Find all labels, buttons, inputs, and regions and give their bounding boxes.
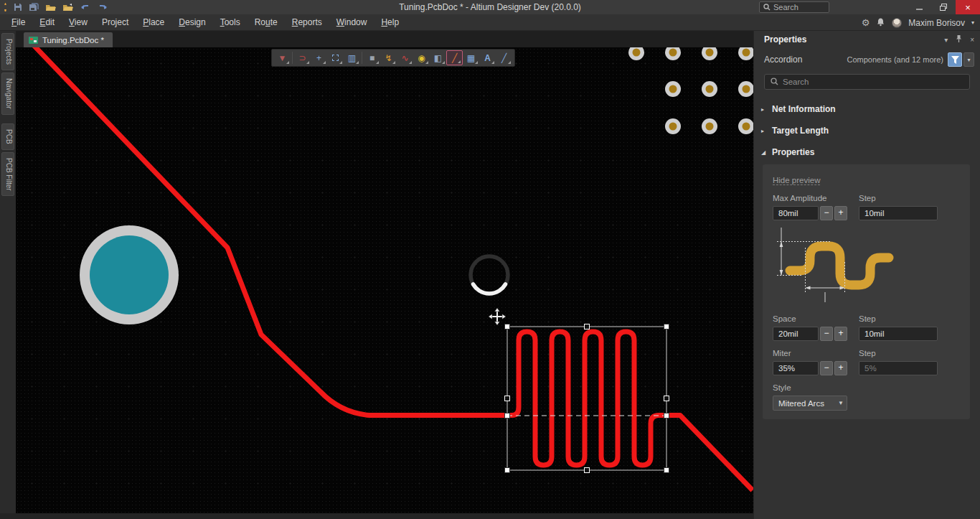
menu-view[interactable]: View — [62, 15, 95, 29]
selected-object-type: Accordion — [764, 55, 847, 65]
section-properties[interactable]: ◢ Properties — [754, 141, 980, 163]
miter-step-field[interactable]: 5% — [859, 361, 938, 375]
settings-gear-icon[interactable]: ⚙ — [862, 17, 870, 28]
menu-edit[interactable]: Edit — [32, 15, 62, 29]
pad-gold[interactable] — [669, 85, 677, 93]
sidebar-tab-pcb-filter[interactable]: PCB Filter — [1, 152, 14, 197]
space-increment-button[interactable]: + — [834, 327, 847, 341]
trace-tool-icon[interactable]: ↯ — [380, 50, 397, 65]
space-field[interactable]: 20mil — [773, 327, 819, 341]
handle-bottom-left[interactable] — [505, 468, 510, 473]
panel-search-input[interactable] — [783, 78, 963, 86]
user-avatar[interactable] — [892, 18, 902, 28]
save-icon[interactable] — [14, 3, 22, 11]
miter-field[interactable]: 35% — [773, 361, 819, 375]
redo-icon[interactable] — [98, 4, 108, 11]
scope-filter-dropdown[interactable]: ▾ — [963, 52, 974, 67]
filter-tool-icon[interactable]: ▼ — [274, 50, 291, 65]
interactive-route-tool-icon[interactable]: ╱ — [446, 50, 463, 65]
close-button[interactable]: × — [956, 0, 980, 14]
panel-pin-icon[interactable] — [955, 34, 963, 45]
section-net-information[interactable]: ▸ Net Information — [754, 98, 980, 120]
handle-bottom-mid[interactable] — [585, 468, 590, 473]
amplitude-step-field[interactable]: 10mil — [859, 206, 938, 220]
open-icon[interactable] — [46, 4, 56, 11]
selection-scope-label[interactable]: Components (and 12 more) — [847, 55, 943, 64]
open-project-icon[interactable] — [63, 4, 73, 11]
space-decrement-button[interactable]: − — [820, 327, 833, 341]
search-icon — [771, 75, 778, 88]
pad-gold[interactable] — [669, 123, 677, 131]
scope-filter-button[interactable] — [948, 52, 962, 67]
miter-label: Miter — [773, 349, 847, 357]
handle-top-left[interactable] — [505, 324, 510, 329]
max-amplitude-decrement-button[interactable]: − — [820, 206, 833, 220]
pour-tool-icon[interactable]: ◧ — [430, 50, 446, 65]
menu-window[interactable]: Window — [329, 15, 374, 29]
handle-bottom-right[interactable] — [664, 468, 669, 473]
handle-baseline-left[interactable] — [505, 413, 510, 419]
string-tool-icon[interactable]: A — [479, 50, 496, 65]
selection-rect-tool-icon[interactable] — [327, 50, 344, 65]
crosshair-tool-icon[interactable]: + — [311, 50, 327, 65]
section-target-length[interactable]: ▸ Target Length — [754, 120, 980, 141]
menu-file[interactable]: File — [4, 15, 32, 29]
pad-gold[interactable] — [743, 49, 750, 57]
panel-close-icon[interactable]: × — [970, 36, 974, 44]
sidebar-tab-projects[interactable]: Projects — [1, 33, 14, 70]
miter-increment-button[interactable]: + — [834, 361, 847, 375]
room-tool-icon[interactable]: ▦ — [463, 50, 479, 65]
pad-gold[interactable] — [669, 49, 677, 57]
menu-reports[interactable]: Reports — [285, 15, 329, 29]
tuning-tool-icon[interactable]: ∿ — [397, 50, 413, 65]
global-search-input[interactable] — [773, 3, 824, 11]
panel-menu-caret-icon[interactable]: ▾ — [944, 36, 948, 44]
polygon-tool-icon[interactable]: ■ — [364, 50, 380, 65]
max-amplitude-increment-button[interactable]: + — [834, 206, 847, 220]
max-amplitude-field[interactable]: 80mil — [773, 206, 819, 220]
pad-gold[interactable] — [743, 123, 750, 131]
style-dropdown-value: Mitered Arcs — [773, 399, 835, 408]
restore-button[interactable] — [931, 0, 956, 14]
style-dropdown[interactable]: Mitered Arcs ▼ — [773, 396, 847, 411]
search-icon — [763, 1, 771, 14]
handle-top-right[interactable] — [664, 324, 669, 329]
pad-gold[interactable] — [706, 49, 714, 57]
notifications-bell-icon[interactable] — [876, 17, 885, 29]
menu-project[interactable]: Project — [95, 15, 136, 29]
menu-place[interactable]: Place — [136, 15, 171, 29]
pad-stack-tool-icon[interactable]: ▥ — [344, 50, 360, 65]
handle-right-mid[interactable] — [664, 396, 669, 401]
pcb-editor-canvas[interactable]: ▼⊃+▥■↯∿◉◧╱▦A╱ — [16, 47, 753, 513]
panel-search-box[interactable] — [764, 74, 970, 90]
menu-bar: FileEditViewProjectPlaceDesignToolsRoute… — [0, 14, 980, 31]
miter-decrement-button[interactable]: − — [820, 361, 833, 375]
via-tool-icon[interactable]: ◉ — [413, 50, 430, 65]
minimize-button[interactable] — [907, 0, 931, 14]
pad-gold[interactable] — [706, 123, 714, 131]
menu-tools[interactable]: Tools — [213, 15, 248, 29]
menu-route[interactable]: Route — [248, 15, 285, 29]
user-menu-caret-icon[interactable]: ▾ — [971, 19, 974, 26]
hide-preview-link[interactable]: Hide preview — [773, 176, 820, 185]
snap-magnet-tool-icon[interactable]: ⊃ — [294, 50, 311, 65]
save-all-icon[interactable] — [29, 3, 39, 11]
menu-design[interactable]: Design — [171, 15, 212, 29]
sidebar-tab-pcb[interactable]: PCB — [1, 123, 14, 150]
pad-teal[interactable] — [90, 235, 169, 314]
user-name[interactable]: Maxim Borisov — [908, 18, 965, 28]
pad-gold[interactable] — [633, 49, 641, 57]
pad-gold[interactable] — [706, 85, 714, 93]
document-tab-active[interactable]: Tuning.PcbDoc * — [24, 32, 113, 47]
global-search-box[interactable] — [759, 1, 829, 13]
pcb-doc-icon — [29, 34, 38, 47]
handle-left-mid[interactable] — [505, 396, 510, 401]
sidebar-tab-navigator[interactable]: Navigator — [1, 73, 14, 115]
undo-icon[interactable] — [80, 4, 90, 11]
handle-baseline-right[interactable] — [664, 413, 669, 419]
handle-top-mid[interactable] — [585, 324, 590, 329]
space-step-field[interactable]: 10mil — [859, 327, 938, 341]
menu-help[interactable]: Help — [374, 15, 406, 29]
line-tool-icon[interactable]: ╱ — [496, 50, 512, 65]
pad-gold[interactable] — [743, 85, 750, 93]
